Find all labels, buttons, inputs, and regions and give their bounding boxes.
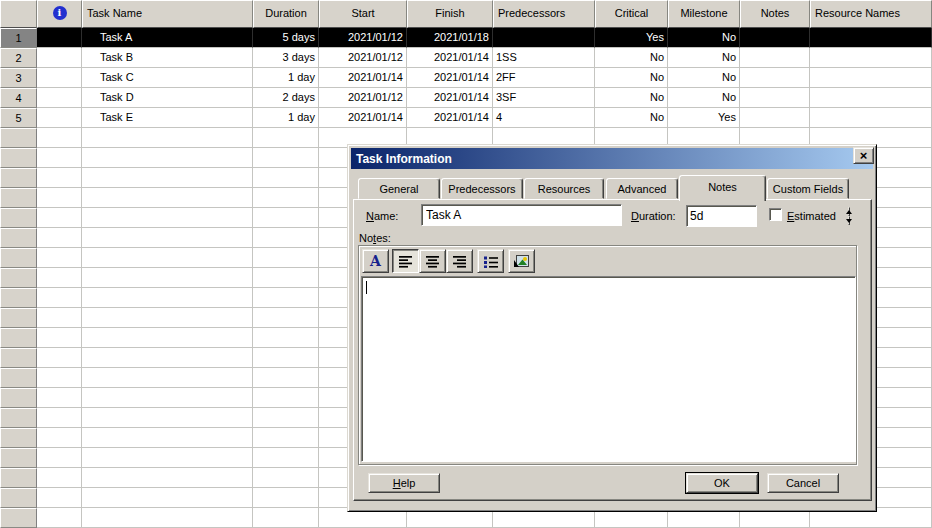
spin-up-button[interactable]	[848, 207, 850, 216]
cell-predecessors[interactable]	[493, 28, 595, 48]
row-number[interactable]: 5	[0, 108, 37, 128]
cell-critical[interactable]: No	[595, 108, 668, 128]
cell-name[interactable]	[82, 368, 253, 388]
cell-predecessors[interactable]: 4	[493, 108, 595, 128]
row-number[interactable]	[0, 188, 37, 208]
column-header-start[interactable]: Start	[319, 0, 407, 28]
cell-name[interactable]	[82, 288, 253, 308]
cell-name[interactable]	[82, 128, 253, 148]
cell-duration[interactable]: 2 days	[253, 88, 319, 108]
cell-milestone[interactable]: No	[668, 68, 740, 88]
cell-name[interactable]	[82, 168, 253, 188]
cell-duration[interactable]	[253, 368, 319, 388]
cell-start[interactable]: 2021/01/12	[319, 28, 407, 48]
cell-milestone[interactable]: No	[668, 88, 740, 108]
cell-info[interactable]	[37, 408, 82, 428]
tab-advanced[interactable]: Advanced	[606, 178, 678, 199]
cell-name[interactable]	[82, 408, 253, 428]
cell-info[interactable]	[37, 268, 82, 288]
row-number[interactable]	[0, 508, 37, 528]
cell-duration[interactable]	[253, 388, 319, 408]
cell-duration[interactable]: 1 day	[253, 108, 319, 128]
cell-info[interactable]	[37, 388, 82, 408]
row-number[interactable]	[0, 268, 37, 288]
row-number[interactable]	[0, 308, 37, 328]
tab-custom-fields[interactable]: Custom Fields	[767, 178, 849, 199]
row-number[interactable]	[0, 228, 37, 248]
row-number[interactable]: 4	[0, 88, 37, 108]
bulleted-list-button[interactable]	[477, 249, 504, 273]
cell-info[interactable]	[37, 228, 82, 248]
cell-duration[interactable]: 3 days	[253, 48, 319, 68]
cell-finish[interactable]: 2021/01/14	[407, 108, 493, 128]
cell-duration[interactable]: 5 days	[253, 28, 319, 48]
cell-info[interactable]	[37, 368, 82, 388]
cell-name[interactable]	[82, 228, 253, 248]
row-number[interactable]: 3	[0, 68, 37, 88]
insert-object-button[interactable]	[508, 249, 535, 273]
cell-name[interactable]	[82, 468, 253, 488]
cell-duration[interactable]	[253, 128, 319, 148]
cell-info[interactable]	[37, 448, 82, 468]
cell-name[interactable]	[82, 248, 253, 268]
cell-info[interactable]	[37, 108, 82, 128]
row-number[interactable]	[0, 468, 37, 488]
cell-info[interactable]	[37, 508, 82, 528]
align-right-button[interactable]	[446, 249, 473, 273]
cell-finish[interactable]: 2021/01/14	[407, 88, 493, 108]
tab-general[interactable]: General	[358, 178, 440, 199]
cell-info[interactable]	[37, 348, 82, 368]
cell-name[interactable]	[82, 388, 253, 408]
cell-info[interactable]	[37, 308, 82, 328]
column-header-predecessors[interactable]: Predecessors	[493, 0, 595, 28]
cell-duration[interactable]	[253, 328, 319, 348]
cell-info[interactable]	[37, 468, 82, 488]
cell-duration[interactable]	[253, 508, 319, 528]
cell-start[interactable]: 2021/01/14	[319, 68, 407, 88]
row-number[interactable]	[0, 168, 37, 188]
cell-notes[interactable]	[740, 108, 810, 128]
cell-duration[interactable]	[253, 428, 319, 448]
cell-duration[interactable]: 1 day	[253, 68, 319, 88]
cell-duration[interactable]	[253, 448, 319, 468]
cell-info[interactable]	[37, 68, 82, 88]
cell-name[interactable]	[82, 348, 253, 368]
estimated-checkbox[interactable]	[769, 208, 782, 221]
column-header-resources[interactable]: Resource Names	[810, 0, 932, 28]
cell-duration[interactable]	[253, 468, 319, 488]
cell-info[interactable]	[37, 128, 82, 148]
cell-start[interactable]: 2021/01/14	[319, 108, 407, 128]
cell-info[interactable]	[37, 188, 82, 208]
row-number[interactable]	[0, 128, 37, 148]
cell-start[interactable]: 2021/01/12	[319, 88, 407, 108]
cell-resources[interactable]	[810, 28, 932, 48]
format-font-button[interactable]: A	[362, 249, 389, 273]
spin-down-button[interactable]	[848, 216, 850, 225]
cell-name[interactable]	[82, 208, 253, 228]
cell-name[interactable]: Task E	[82, 108, 253, 128]
cancel-button[interactable]: Cancel	[767, 473, 839, 493]
cell-name[interactable]	[82, 428, 253, 448]
row-number[interactable]	[0, 348, 37, 368]
cell-duration[interactable]	[253, 408, 319, 428]
cell-duration[interactable]	[253, 208, 319, 228]
column-header-info[interactable]: i	[37, 0, 82, 28]
cell-info[interactable]	[37, 248, 82, 268]
help-button[interactable]: Help	[368, 473, 440, 493]
cell-resources[interactable]	[810, 88, 932, 108]
row-number[interactable]	[0, 428, 37, 448]
cell-duration[interactable]	[253, 308, 319, 328]
row-number[interactable]: 1	[0, 28, 37, 48]
tab-notes[interactable]: Notes	[679, 175, 766, 201]
align-left-button[interactable]	[392, 249, 419, 273]
row-number[interactable]	[0, 148, 37, 168]
cell-critical[interactable]: No	[595, 68, 668, 88]
cell-predecessors[interactable]: 2FF	[493, 68, 595, 88]
cell-info[interactable]	[37, 28, 82, 48]
cell-finish[interactable]: 2021/01/18	[407, 28, 493, 48]
cell-duration[interactable]	[253, 348, 319, 368]
row-number[interactable]	[0, 328, 37, 348]
align-center-button[interactable]	[419, 249, 446, 273]
cell-notes[interactable]	[740, 88, 810, 108]
cell-duration[interactable]	[253, 268, 319, 288]
